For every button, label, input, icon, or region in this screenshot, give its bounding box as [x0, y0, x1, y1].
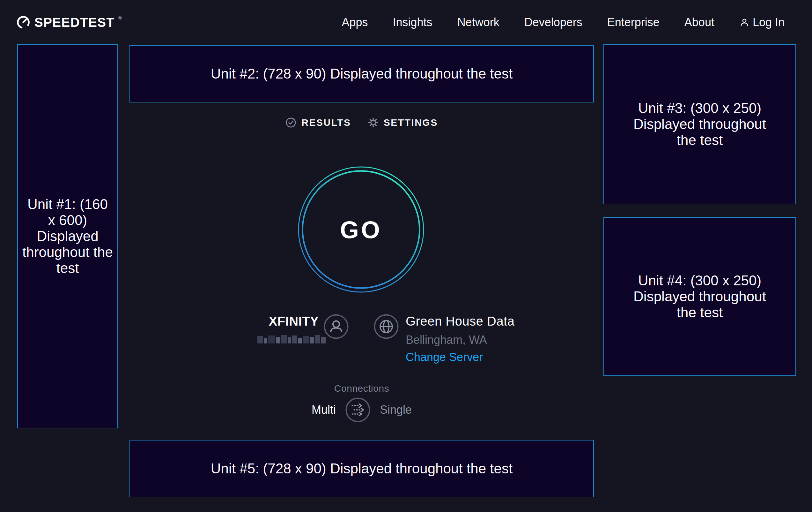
check-circle-icon	[285, 117, 296, 128]
change-server-link[interactable]: Change Server	[406, 350, 483, 364]
tab-bar: RESULTS SETTING	[129, 116, 594, 129]
login-label: Log In	[753, 16, 785, 29]
ad-unit-4[interactable]: Unit #4: (300 x 250) Displayed throughou…	[603, 217, 796, 376]
ad-unit-3[interactable]: Unit #3: (300 x 250) Displayed throughou…	[603, 44, 796, 204]
ad-unit-3-label: Unit #3: (300 x 250) Displayed throughou…	[622, 100, 778, 148]
connections-multi-option[interactable]: Multi	[312, 403, 336, 416]
speedtest-page: SPEEDTEST ® Apps Insights Network Develo…	[0, 0, 812, 512]
nav-item-network[interactable]: Network	[457, 16, 499, 29]
trademark-symbol: ®	[118, 15, 121, 21]
go-button[interactable]: GO	[297, 166, 425, 293]
nav-item-enterprise[interactable]: Enterprise	[607, 16, 660, 29]
go-button-label: GO	[297, 166, 425, 293]
header: SPEEDTEST ® Apps Insights Network Develo…	[0, 0, 812, 45]
ad-unit-2[interactable]: Unit #2: (728 x 90) Displayed throughout…	[129, 45, 594, 103]
tab-settings[interactable]: SETTINGS	[368, 117, 438, 128]
brand-name: SPEEDTEST	[34, 15, 115, 30]
nav-item-about[interactable]: About	[685, 16, 715, 29]
ad-unit-5-label: Unit #5: (728 x 90) Displayed throughout…	[211, 461, 513, 477]
login-button[interactable]: Log In	[739, 16, 785, 29]
tab-settings-label: SETTINGS	[384, 117, 438, 128]
server-location: Bellingham, WA	[406, 333, 487, 347]
gauge-icon	[16, 15, 31, 30]
isp-avatar-icon	[324, 314, 349, 339]
connections-toggle-icon[interactable]	[345, 397, 370, 422]
server-globe-icon	[374, 314, 399, 339]
speedtest-logo[interactable]: SPEEDTEST ®	[16, 15, 122, 30]
nav-item-developers[interactable]: Developers	[524, 16, 582, 29]
redacted-ip-address	[257, 334, 330, 344]
ad-unit-4-label: Unit #4: (300 x 250) Displayed throughou…	[622, 273, 778, 321]
user-icon	[739, 17, 750, 27]
server-name: Green House Data	[406, 314, 515, 328]
main-nav: Apps Insights Network Developers Enterpr…	[342, 16, 785, 29]
ad-unit-5[interactable]: Unit #5: (728 x 90) Displayed throughout…	[129, 440, 594, 497]
tab-results[interactable]: RESULTS	[285, 117, 351, 128]
connections-label: Connections	[129, 383, 594, 394]
tab-results-label: RESULTS	[301, 117, 351, 128]
connections-toggle-row: Multi Single	[129, 397, 594, 422]
nav-item-insights[interactable]: Insights	[393, 16, 433, 29]
gear-icon	[368, 117, 379, 128]
ad-unit-1-label: Unit #1: (160 x 600) Displayed throughou…	[22, 196, 113, 276]
ad-unit-1[interactable]: Unit #1: (160 x 600) Displayed throughou…	[17, 44, 118, 428]
ad-unit-2-label: Unit #2: (728 x 90) Displayed throughout…	[211, 66, 513, 82]
connections-single-option[interactable]: Single	[380, 403, 412, 416]
nav-item-apps[interactable]: Apps	[342, 16, 368, 29]
